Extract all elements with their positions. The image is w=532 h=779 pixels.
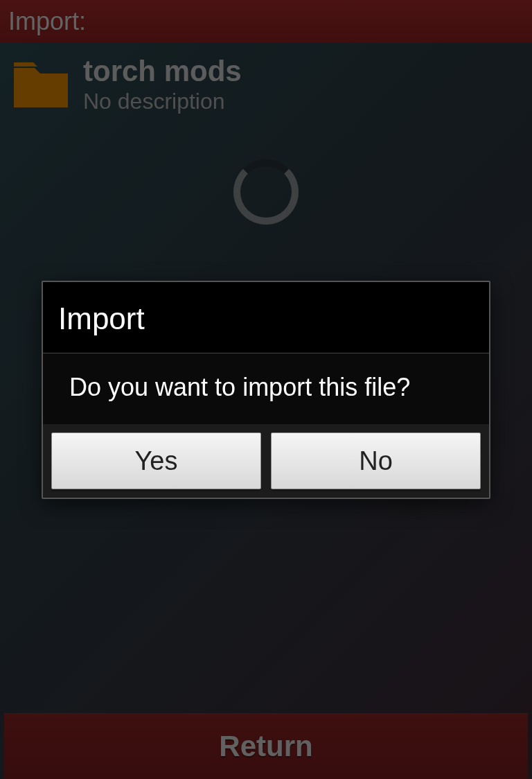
import-dialog: Import Do you want to import this file? …: [42, 281, 490, 499]
no-button[interactable]: No: [271, 432, 481, 489]
dialog-title: Import: [43, 282, 489, 353]
dialog-button-row: Yes No: [43, 424, 489, 498]
yes-button[interactable]: Yes: [51, 432, 261, 489]
dialog-message: Do you want to import this file?: [43, 353, 489, 424]
